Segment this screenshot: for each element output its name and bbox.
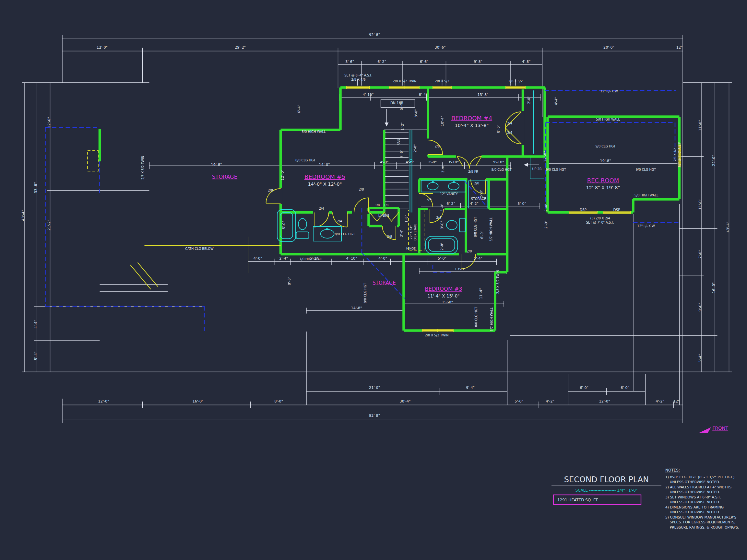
ceiling-label: 8/0 CLG HGT <box>474 217 477 237</box>
dimension-label: 6'-2" <box>446 202 455 206</box>
window-label: 2/8 X 5/2 <box>508 79 523 83</box>
dimension-label: 33'-8" <box>34 182 38 193</box>
dimension-label: 7'-0" <box>698 250 702 259</box>
room-label: STORAGE <box>372 280 395 286</box>
toilet <box>298 218 307 230</box>
room-size-label: 11'-4" X 15'-0" <box>428 293 460 298</box>
ceiling-label: 8/0 CLG HGT <box>295 158 315 162</box>
window <box>422 329 453 332</box>
dimension-label: 19'-8" <box>600 159 611 163</box>
window-label: 2/8 X 5/2 <box>673 148 677 161</box>
note-line: UNLESS OTHERWISE NOTED. <box>665 510 720 514</box>
dimension-label: 8'-0" <box>496 125 500 133</box>
window-label: SET @ 7'-0" A.S.F. <box>586 221 614 224</box>
dimension-label: 22'-0" <box>712 155 716 166</box>
dimension-label: 2'-4" <box>279 256 288 261</box>
dimension-label: 2'-4" <box>544 204 548 212</box>
window-label: SET @ 6'-4" A.S.F. <box>344 74 372 77</box>
dimension-label: 11'-0" <box>698 199 702 210</box>
door-label: 2/8 FR <box>468 170 478 174</box>
room-label: BEDROOM #4 <box>451 115 492 122</box>
ceiling-label: 9/0 CLG HGT <box>546 168 566 171</box>
room-label: BEDROOM #3 <box>425 286 462 292</box>
dimension-label: 5'-4" <box>400 102 403 110</box>
dimension-label: 8'-8" <box>287 277 291 286</box>
dimension-label: 19'-8" <box>211 163 222 167</box>
stair-down-arrow <box>385 123 389 126</box>
dimension-label: 43'-4" <box>726 222 730 233</box>
dimension-label: 12" <box>676 45 683 50</box>
stair-label: UP 2R <box>532 167 541 171</box>
window-label: 2/8 X 5/2 <box>435 79 449 83</box>
note-line: UNLESS OTHERWISE NOTED. <box>665 490 720 494</box>
dimension-label: 2'-0" <box>527 96 531 104</box>
dimension-label: 4'-0" <box>406 160 414 164</box>
stair-label: DISP. STAIR <box>414 224 417 241</box>
dimension-label: 11'-4" <box>479 288 483 299</box>
scale-label: SCALE ------------------- 1/4"=1'-0" <box>575 488 638 492</box>
door-label: 2/8 <box>268 189 273 192</box>
note-line: PRESSURE RATINGS, & ROUGH OPNG'S. <box>665 525 739 530</box>
toilet <box>446 220 457 230</box>
dimension-label: 16'-0" <box>712 282 716 293</box>
ceiling-label: 9/0 CLG HGT <box>595 144 615 148</box>
attic-lines <box>87 151 424 289</box>
ceiling-label: 8/0 CLG HGT <box>474 307 478 327</box>
window <box>346 85 369 89</box>
door-label: 2/4 <box>337 219 342 223</box>
dimension-label: 9'-8" <box>474 60 483 64</box>
dimension-label: 8'-0" <box>414 109 418 117</box>
notes-body: 1) 8'-0" CLG. HGT. (8' - 1 1/2" PLT. HGT… <box>665 475 739 530</box>
dimension-label: 6'-0" <box>580 385 589 390</box>
up-arrow <box>524 163 529 167</box>
dimension-label: 30'-6" <box>435 45 446 50</box>
dimension-label: 14'-8" <box>351 306 362 310</box>
dimension-label: 2'-0" <box>544 221 548 229</box>
window-label: 2/8 X 5/2 TWIN <box>393 79 416 83</box>
dimension-label: 2'-8" <box>413 144 417 152</box>
door-label: 1/8 <box>384 204 389 207</box>
dimension-label: 21'-2" <box>47 220 51 231</box>
dimension-label: 5'-0" <box>480 190 483 197</box>
dimension-label: 9'-10" <box>493 160 504 164</box>
dimension-label: 3'-4" <box>400 230 403 237</box>
ceiling-label: 5/0 HIGH WALL <box>635 193 659 197</box>
window-label: 2/8 X 4/6 <box>351 78 365 81</box>
window <box>389 85 419 89</box>
dimension-label: 16'-0" <box>192 399 204 403</box>
note-line: 1) 8'-0" CLG. HGT. (8' - 1 1/2" PLT. HGT… <box>665 475 735 479</box>
window-label: 2/8 X 5/2 TWIN <box>141 156 145 180</box>
dimension-label: 5'-0" <box>440 204 444 212</box>
ceiling-label: 12"+/- K.W. <box>600 89 618 93</box>
window-label: (3) 2/8 X 2/4 <box>590 216 610 220</box>
door-label: 2/8 <box>435 144 440 148</box>
notes-heading: NOTES: <box>665 468 680 473</box>
dimension-label: 3'-10" <box>448 160 459 164</box>
fixtures <box>277 90 534 254</box>
dimension-label: 1'-8" <box>405 215 408 222</box>
floor-plan-sheet: 92'-8"12'-0"29'-2"30'-6"20'-0"12"3'-6"6'… <box>0 0 747 560</box>
note-line: 2) ALL WALLS FIGURED AT 4" WIDTHS <box>665 485 731 489</box>
dimension-label: 3'-6" <box>345 60 354 64</box>
dimension-label: 4'-4" <box>554 97 558 105</box>
dimension-label: 12'-0" <box>98 399 109 403</box>
window <box>506 85 525 89</box>
dimension-label: 8'-0" <box>274 399 283 403</box>
room-size-label: 10'-4" X 13'-8" <box>455 123 489 128</box>
dimension-label: 7'-6" <box>400 150 403 158</box>
window-label: DSP <box>580 208 587 212</box>
dimension-label: 8'-4" <box>419 93 428 97</box>
dimension-label: 5'-0" <box>282 221 286 229</box>
window-label: DSP <box>613 208 620 212</box>
dimension-label: 5'-0" <box>517 202 526 206</box>
dimension-label: 92'-8" <box>369 33 380 37</box>
sqft-label: 1291 HEATED SQ. FT. <box>557 498 598 502</box>
door-label: 2/4 <box>426 197 432 201</box>
dimension-label: 1'-2" <box>401 123 404 131</box>
feature-label: LINEN <box>378 214 389 218</box>
door-label: 2/0 <box>467 249 472 253</box>
note-line: UNLESS OTHERWISE NOTED. <box>665 480 720 484</box>
dimension-label: 29'-2" <box>235 45 246 50</box>
dimension-label: 12'-6" <box>47 117 51 128</box>
dimension-label: 4'-0" <box>254 256 262 261</box>
